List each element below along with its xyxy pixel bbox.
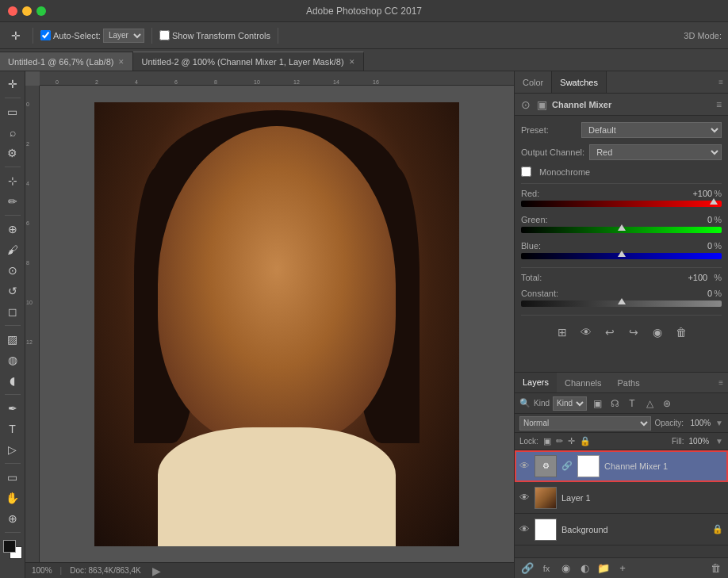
new-group-icon[interactable]: 📁 <box>596 561 611 576</box>
tab-channels[interactable]: Channels <box>557 373 609 392</box>
move-tool-icon[interactable]: ✛ <box>6 26 25 45</box>
output-channel-label: Output Channel: <box>521 147 584 157</box>
tab-layers[interactable]: Layers <box>515 373 557 392</box>
smart-filter-icon[interactable]: ⊛ <box>660 396 674 411</box>
blue-slider-track[interactable] <box>521 253 722 259</box>
tab-swatches[interactable]: Swatches <box>552 71 607 93</box>
blur-tool[interactable]: ◍ <box>3 350 22 369</box>
properties-menu-icon[interactable]: ≡ <box>716 99 722 110</box>
constant-slider-thumb[interactable] <box>618 298 626 304</box>
crop-tool[interactable]: ⊹ <box>3 171 22 190</box>
autoselect-checkbox[interactable] <box>40 30 51 40</box>
new-fill-icon[interactable]: ◐ <box>577 561 592 576</box>
layer-effects-icon[interactable]: fx <box>538 561 554 576</box>
kind-select[interactable]: Kind <box>553 396 587 411</box>
eye-icon[interactable]: 👁 <box>577 323 595 341</box>
zoom-tool[interactable]: ⊕ <box>3 509 22 528</box>
constant-value: 0 <box>680 289 712 298</box>
new-layer-icon[interactable]: + <box>615 561 630 576</box>
mask-eye-icon[interactable]: ◉ <box>649 323 666 341</box>
toolbar-separator-1 <box>33 28 33 44</box>
layer-chain-icon-0[interactable]: 🔗 <box>561 461 573 471</box>
tab-color[interactable]: Color <box>515 71 552 93</box>
history-brush[interactable]: ↺ <box>3 281 22 300</box>
lock-image-icon[interactable]: ✏ <box>556 436 563 446</box>
autoselect-type-select[interactable]: Layer <box>103 29 144 43</box>
blend-mode-row: Normal Multiply Screen Overlay Opacity: … <box>515 414 728 433</box>
tool-sep-7 <box>5 532 21 533</box>
eraser-tool[interactable]: ◻ <box>3 302 22 321</box>
hand-tool[interactable]: ✋ <box>3 488 22 507</box>
clone-tool[interactable]: ⊙ <box>3 261 22 280</box>
heal-tool[interactable]: ⊕ <box>3 220 22 239</box>
adjustment-filter-icon[interactable]: ☊ <box>607 396 622 411</box>
blend-mode-select[interactable]: Normal Multiply Screen Overlay <box>519 416 651 431</box>
lock-position-icon[interactable]: ✛ <box>568 436 575 446</box>
tab2-close-icon[interactable]: ✕ <box>349 58 355 66</box>
layers-collapse-icon[interactable]: ≡ <box>714 378 728 387</box>
tab1-close-icon[interactable]: ✕ <box>118 58 125 66</box>
lock-all-icon[interactable]: 🔒 <box>580 436 591 446</box>
maximize-button[interactable] <box>36 6 46 16</box>
foreground-color-swatch[interactable] <box>3 540 16 553</box>
close-button[interactable] <box>8 6 17 16</box>
tab-untitled1[interactable]: Untitled-1 @ 66,7% (Lab/8) ✕ <box>0 52 133 71</box>
clip-to-layer-icon[interactable]: ⊞ <box>554 323 571 341</box>
redo-icon[interactable]: ↪ <box>625 323 642 341</box>
rectangle-tool[interactable]: ▭ <box>3 468 22 487</box>
eyedropper-tool[interactable]: ✏ <box>3 192 22 211</box>
marquee-tool[interactable]: ▭ <box>3 102 22 121</box>
red-slider-thumb[interactable] <box>710 198 718 205</box>
blue-slider-thumb[interactable] <box>618 251 626 257</box>
status-arrow-icon[interactable]: ▶ <box>152 565 161 577</box>
transform-checkbox[interactable] <box>159 30 170 40</box>
layer-visibility-icon-2[interactable]: 👁 <box>519 523 530 535</box>
delete-layer-icon[interactable]: 🗑 <box>707 561 723 576</box>
layer-item-channel-mixer[interactable]: 👁 ⚙ 🔗 Channel Mixer 1 <box>515 450 728 482</box>
panel-collapse-icon[interactable]: ≡ <box>714 78 728 86</box>
layer-item-background[interactable]: 👁 Background 🔒 <box>515 514 728 545</box>
layer-visibility-icon-0[interactable]: 👁 <box>519 460 530 472</box>
lasso-tool[interactable]: ⌕ <box>3 123 22 142</box>
undo-icon[interactable]: ↩ <box>601 323 619 341</box>
quickselect-tool[interactable]: ⚙ <box>3 144 22 163</box>
constant-slider-track[interactable] <box>521 300 722 307</box>
blue-label-row: Blue: 0 % <box>521 241 722 251</box>
ruler-mark: 12 <box>293 79 300 85</box>
tab-paths[interactable]: Paths <box>610 373 648 392</box>
minimize-button[interactable] <box>22 6 32 16</box>
opacity-arrow-icon[interactable]: ▼ <box>715 419 723 427</box>
link-layers-icon[interactable]: 🔗 <box>519 561 535 576</box>
output-channel-select[interactable]: Red Green Blue <box>589 144 722 160</box>
ruler-left-mark: 0 <box>26 101 29 107</box>
tab-untitled2[interactable]: Untitled-2 @ 100% (Channel Mixer 1, Laye… <box>133 52 363 71</box>
dodge-tool[interactable]: ◖ <box>3 371 22 390</box>
ruler-left-mark: 12 <box>26 339 33 345</box>
blue-slider-row: Blue: 0 % <box>521 241 722 259</box>
move-tool[interactable]: ✛ <box>3 75 22 94</box>
type-filter-icon[interactable]: T <box>625 396 639 411</box>
red-slider-track[interactable] <box>521 201 722 207</box>
pixel-filter-icon[interactable]: ▣ <box>590 396 604 411</box>
brush-tool[interactable]: 🖌 <box>3 240 22 259</box>
fill-arrow-icon[interactable]: ▼ <box>715 437 723 446</box>
layer-visibility-icon-1[interactable]: 👁 <box>519 492 530 503</box>
pen-tool[interactable]: ✒ <box>3 399 22 418</box>
shape-filter-icon[interactable]: △ <box>642 396 657 411</box>
window-controls[interactable] <box>8 6 46 16</box>
lock-transparent-icon[interactable]: ▣ <box>543 436 551 446</box>
path-select[interactable]: ▷ <box>3 440 22 459</box>
toolbar-separator-3 <box>278 28 278 44</box>
preset-select[interactable]: Default <box>581 122 722 138</box>
total-value: +100 <box>581 273 707 282</box>
green-slider-thumb[interactable] <box>618 224 626 231</box>
color-swatches[interactable] <box>3 540 22 559</box>
add-mask-icon[interactable]: ◉ <box>557 561 573 576</box>
monochrome-checkbox[interactable] <box>521 167 531 177</box>
layer-item-layer1[interactable]: 👁 Layer 1 <box>515 482 728 514</box>
type-tool[interactable]: T <box>3 419 22 438</box>
gradient-tool[interactable]: ▨ <box>3 330 22 349</box>
delete-icon[interactable]: 🗑 <box>672 323 690 341</box>
green-slider-track[interactable] <box>521 227 722 233</box>
layer-mask-icon: ▣ <box>537 98 547 111</box>
